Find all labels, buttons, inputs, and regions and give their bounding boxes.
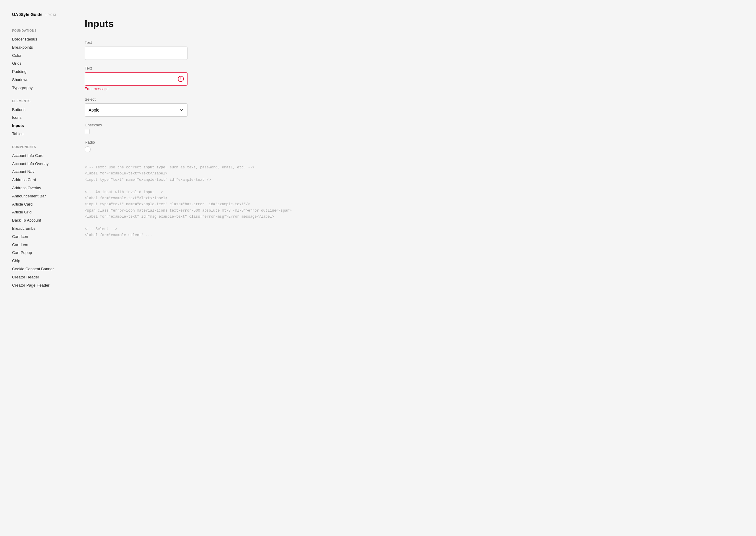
text-input-1[interactable]: [85, 47, 188, 60]
sidebar-item-account-info-overlay[interactable]: Account Info Overlay: [12, 160, 67, 168]
sidebar-item-cart-popup[interactable]: Cart Popup: [12, 249, 67, 257]
code-line-7: <span class="error-icon material-icons t…: [85, 209, 292, 213]
sidebar: UA Style Guide 1.0.913 FOUNDATIONS Borde…: [0, 0, 67, 536]
sidebar-item-cart-icon[interactable]: Cart Icon: [12, 233, 67, 241]
checkbox-field-group: Checkbox: [85, 123, 738, 134]
sidebar-item-breadcrumbs[interactable]: Breadcrumbs: [12, 225, 67, 233]
main-content: Inputs Text Text ! Error message Select: [67, 0, 756, 536]
sidebar-item-address-card[interactable]: Address Card: [12, 176, 67, 184]
sidebar-foundations-section: FOUNDATIONS Border Radius Breakpoints Co…: [12, 29, 67, 92]
text-field-group-1: Text: [85, 40, 738, 60]
text-field-group-2: Text ! Error message: [85, 66, 738, 91]
code-line-1: <!-- Text: use the correct input type, s…: [85, 165, 255, 170]
sidebar-item-shadows[interactable]: Shadows: [12, 76, 67, 84]
sidebar-item-article-card[interactable]: Article Card: [12, 200, 67, 209]
sidebar-item-cookie-consent-banner[interactable]: Cookie Consent Banner: [12, 265, 67, 273]
radio-input[interactable]: [85, 146, 91, 152]
text-input-2-error[interactable]: [85, 72, 188, 85]
code-line-5: <label for="example-text">Text</label>: [85, 196, 167, 200]
sidebar-item-grids[interactable]: Grids: [12, 59, 67, 68]
app-title: UA Style Guide: [12, 12, 43, 17]
sidebar-item-breakpoints[interactable]: Breakpoints: [12, 44, 67, 52]
sidebar-item-back-to-account[interactable]: Back To Account: [12, 217, 67, 225]
radio-label: Radio: [85, 140, 738, 145]
sidebar-item-typography[interactable]: Typography: [12, 84, 67, 92]
form-section: Text Text ! Error message Select Apple B…: [85, 40, 738, 152]
sidebar-item-creator-page-header[interactable]: Creator Page Header: [12, 282, 67, 289]
code-line-2: <label for="example-text">Text</label>: [85, 171, 167, 176]
app-layout: UA Style Guide 1.0.913 FOUNDATIONS Borde…: [0, 0, 756, 536]
sidebar-item-chip[interactable]: Chip: [12, 257, 67, 265]
code-line-8: <label for="example-text" id="msg_exampl…: [85, 215, 274, 219]
radio-field-group: Radio: [85, 140, 738, 152]
sidebar-item-padding[interactable]: Padding: [12, 68, 67, 76]
components-section-label: COMPONENTS: [12, 146, 67, 149]
elements-section-label: ELEMENTS: [12, 99, 67, 103]
error-input-wrapper: !: [85, 72, 188, 85]
code-line-4: <!-- An input with invalid input -->: [85, 190, 163, 194]
sidebar-item-account-nav[interactable]: Account Nav: [12, 168, 67, 176]
code-line-10: <label for="example-select" ...: [85, 233, 152, 237]
page-title: Inputs: [85, 18, 738, 29]
sidebar-elements-section: ELEMENTS Buttons Icons Inputs Tables: [12, 99, 67, 138]
foundations-section-label: FOUNDATIONS: [12, 29, 67, 32]
code-line-3: <input type="text" name="example-text" i…: [85, 178, 211, 182]
sidebar-item-announcement-bar[interactable]: Announcement Bar: [12, 192, 67, 200]
sidebar-item-icons[interactable]: Icons: [12, 114, 67, 122]
sidebar-item-inputs[interactable]: Inputs: [12, 122, 67, 130]
sidebar-item-account-info-card[interactable]: Account Info Card: [12, 152, 67, 160]
sidebar-components-section: COMPONENTS Account Info Card Account Inf…: [12, 146, 67, 289]
checkbox-input[interactable]: [85, 129, 89, 134]
code-line-9: <!-- Select -->: [85, 227, 117, 231]
sidebar-item-buttons[interactable]: Buttons: [12, 106, 67, 114]
code-block: <!-- Text: use the correct input type, s…: [85, 164, 738, 239]
sidebar-item-border-radius[interactable]: Border Radius: [12, 35, 67, 44]
error-icon: !: [178, 76, 184, 82]
text-label-1: Text: [85, 40, 738, 45]
app-version: 1.0.913: [45, 13, 56, 17]
sidebar-item-cart-item[interactable]: Cart Item: [12, 241, 67, 249]
text-label-2: Text: [85, 66, 738, 70]
checkbox-label: Checkbox: [85, 123, 738, 127]
error-message: Error message: [85, 87, 738, 91]
sidebar-item-address-overlay[interactable]: Address Overlay: [12, 184, 67, 192]
sidebar-item-tables[interactable]: Tables: [12, 130, 67, 138]
select-label: Select: [85, 97, 738, 102]
select-field-group: Select Apple Banana Cherry: [85, 97, 738, 117]
code-line-6: <input type="text" name="example-text" c…: [85, 202, 250, 207]
sidebar-item-creator-header[interactable]: Creator Header: [12, 273, 67, 282]
select-input[interactable]: Apple Banana Cherry: [85, 103, 188, 117]
sidebar-item-article-grid[interactable]: Article Grid: [12, 208, 67, 217]
sidebar-item-color[interactable]: Color: [12, 52, 67, 60]
sidebar-logo: UA Style Guide 1.0.913: [12, 12, 67, 17]
